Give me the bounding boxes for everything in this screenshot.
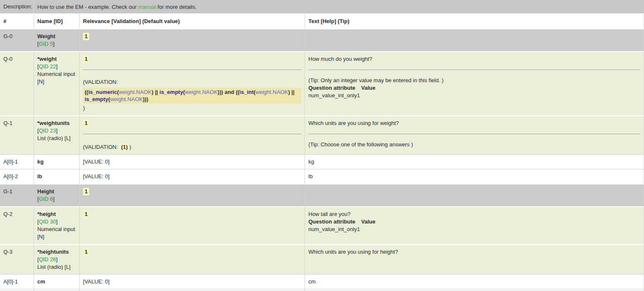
manual-link[interactable]: manual	[138, 4, 156, 10]
row-id: Q-1	[3, 120, 13, 126]
name-cell: Weight [GID 5]	[34, 29, 80, 51]
attribute-header: Question attributeValue	[308, 84, 640, 92]
row-id-cell: A[0]-1	[0, 274, 34, 289]
row-id-cell: Q-3	[0, 244, 34, 274]
relevance-value: 1	[83, 55, 89, 63]
qid-link[interactable]: QID 30	[39, 218, 56, 225]
relevance-value: 1	[83, 188, 89, 195]
header-col-name: Name [ID]	[34, 14, 80, 29]
relevance-cell: 1	[80, 29, 305, 51]
question-row: Q-2 *height [QID 30] Numerical input [N]…	[0, 206, 644, 244]
relevance-cell: 1	[80, 184, 305, 206]
qid-link[interactable]: QID 23	[39, 127, 56, 134]
relevance-cell: 1	[80, 206, 305, 244]
divider	[308, 70, 640, 70]
group-row: G-1 Height [GID 6] 1	[0, 184, 644, 206]
description-bar: Description: How to use the EM - example…	[0, 0, 644, 13]
answer-row: A[0]-1 kg [VALUE: 0] kg	[0, 154, 644, 169]
name-cell: cm	[34, 274, 80, 289]
text-cell: Which units are you using for weight? (T…	[305, 115, 644, 154]
text-cell	[305, 184, 644, 206]
question-text: Which units are you using for height?	[308, 248, 640, 256]
survey-logic-page: Description: How to use the EM - example…	[0, 0, 644, 291]
answer-value: [VALUE: 0]	[83, 278, 109, 285]
question-row: Q-1 *weightunits [QID 23] List (radio) […	[0, 115, 644, 154]
text-cell: kg	[305, 154, 644, 169]
qid-link[interactable]: QID 26	[39, 256, 56, 262]
answer-text: lb	[308, 173, 313, 179]
question-name: *height	[37, 210, 76, 218]
header-col-num: #	[0, 14, 34, 29]
question-tip: (Tip: Only an integer value may be enter…	[308, 77, 640, 84]
question-id: [QID 22]	[37, 63, 76, 70]
text-cell: How tall are you? Question attributeValu…	[305, 206, 644, 244]
qid-link[interactable]: QID 22	[39, 63, 56, 70]
row-id: A[0]-2	[3, 173, 18, 179]
question-tip: (Tip: Choose one of the following answer…	[308, 141, 640, 148]
row-id-cell: A[0]-1	[0, 154, 34, 169]
row-id-cell: Q-0	[0, 51, 34, 115]
row-id: G-0	[3, 33, 13, 39]
question-id: [QID 30]	[37, 218, 76, 226]
text-cell: cm	[305, 274, 644, 289]
answer-value: [VALUE: 0]	[83, 158, 109, 165]
answer-row: A[0]-1 cm [VALUE: 0] cm	[0, 274, 644, 289]
validation-value: (1)	[119, 143, 129, 151]
relevance-value: 1	[83, 210, 89, 218]
question-row: Q-3 *heightunits [QID 26] List (radio) […	[0, 244, 644, 274]
name-cell: *weight [QID 22] Numerical input [N]	[34, 51, 80, 115]
attribute-row: num_value_int_only1	[308, 92, 640, 99]
answer-code: cm	[37, 278, 45, 285]
answer-text: cm	[308, 278, 316, 285]
row-id: G-1	[3, 188, 13, 195]
row-id: A[0]-1	[3, 158, 18, 165]
group-name: Height	[37, 188, 76, 195]
description-text-after: for more details.	[156, 4, 197, 10]
gid-link[interactable]: GID 6	[39, 196, 53, 202]
question-text: How much do you weight?	[308, 55, 640, 63]
row-id: Q-0	[3, 56, 13, 62]
validation-open: (VALIDATION:	[83, 78, 301, 86]
relevance-cell: 1 (VALIDATION: (1))	[80, 115, 305, 154]
name-cell: *height [QID 30] Numerical input [N]	[34, 206, 80, 244]
group-id: [GID 5]	[37, 40, 76, 48]
row-id-cell: Q-1	[0, 115, 34, 154]
attribute-value: 1	[357, 92, 360, 99]
question-id: [QID 23]	[37, 127, 76, 135]
question-text: Which units are you using for weight?	[308, 120, 640, 127]
name-cell: *heightunits [QID 26] List (radio) [L]	[34, 244, 80, 274]
relevance-cell: 1	[80, 244, 305, 274]
relevance-cell: 1 (VALIDATION: ((is_numeric(weight.NAOK)…	[80, 51, 305, 115]
divider	[308, 134, 640, 134]
row-id: A[0]-1	[3, 278, 18, 285]
relevance-cell: [VALUE: 0]	[80, 169, 305, 184]
name-cell: Height [GID 6]	[34, 184, 80, 206]
question-name: *weightunits	[37, 120, 76, 127]
question-type: Numerical input [N]	[37, 226, 76, 241]
divider	[83, 70, 301, 70]
gid-link[interactable]: GID 5	[39, 41, 53, 47]
description-text: How to use the EM - example. Check our m…	[34, 4, 200, 10]
name-cell: *weightunits [QID 23] List (radio) [L]	[34, 115, 80, 154]
attribute-row: num_value_int_only1	[308, 226, 640, 233]
relevance-value: 1	[83, 33, 89, 40]
header-col-relevance: Relevance [Validation] (Default value)	[80, 14, 305, 29]
question-name: *weight	[37, 55, 76, 63]
validation-close: )	[83, 104, 301, 112]
group-id: [GID 6]	[37, 195, 76, 203]
header-row: # Name [ID] Relevance [Validation] (Defa…	[0, 14, 644, 29]
answer-text: kg	[308, 158, 314, 165]
header-col-text: Text [Help] (Tip)	[305, 14, 644, 29]
question-text: How tall are you?	[308, 210, 640, 218]
em-logic-table: # Name [ID] Relevance [Validation] (Defa…	[0, 14, 644, 291]
name-cell: lb	[34, 169, 80, 184]
relevance-cell: [VALUE: 0]	[80, 274, 305, 289]
question-type: List (radio) [L]	[37, 263, 76, 271]
row-id-cell: A[0]-2	[0, 169, 34, 184]
question-type: Numerical input [N]	[37, 70, 76, 86]
row-id-cell: G-1	[0, 184, 34, 206]
text-cell: lb	[305, 169, 644, 184]
attribute-header: Question attributeValue	[308, 218, 640, 226]
description-text-before: How to use the EM - example. Check our	[37, 4, 138, 10]
answer-code: lb	[37, 173, 42, 179]
